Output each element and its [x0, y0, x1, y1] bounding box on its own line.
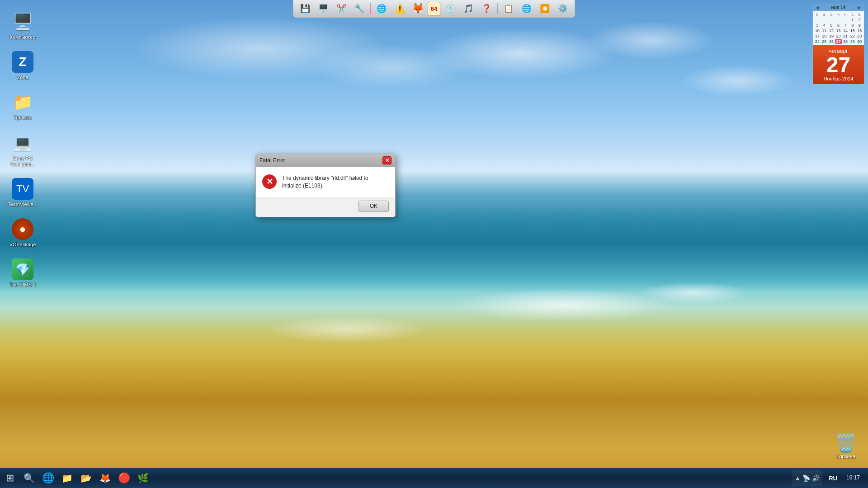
toolbar-globe[interactable]: 🌐	[373, 2, 390, 15]
desktop-icon-sony[interactable]: 💻 Sony PC Compani...	[5, 130, 41, 169]
cal-cell[interactable]	[835, 17, 842, 23]
sims4-label: The SIMS 4	[9, 282, 36, 288]
cal-cell[interactable]: 22	[849, 33, 856, 39]
toolbar-settings[interactable]: 🔧	[351, 2, 368, 15]
wave-overlay	[0, 268, 868, 390]
desktop-icon-vopackage[interactable]: ● VOPackage	[5, 216, 41, 249]
recycle-bin[interactable]: 🗑️ Корзина	[833, 431, 859, 461]
cal-cell[interactable]: 29	[849, 39, 856, 44]
cal-cell[interactable]: 13	[835, 28, 842, 33]
cal-cell[interactable]: 3	[814, 23, 821, 28]
computer-label: Компьютер	[10, 34, 36, 40]
tray-volume[interactable]: 🔊	[812, 474, 820, 482]
calendar-big-date[interactable]: четверг 27 Ноябрь 2014	[813, 45, 864, 84]
cal-cell[interactable]	[821, 17, 828, 23]
teamviewer-icon: TV	[12, 178, 33, 200]
cal-hdr-4: п	[842, 12, 849, 17]
taskbar-opera[interactable]: 🔴	[115, 470, 133, 486]
taskbar-explorer[interactable]: 📁	[58, 470, 76, 486]
cal-cell[interactable]: 8	[849, 23, 856, 28]
cal-cell[interactable]: 20	[835, 33, 842, 39]
cal-cell[interactable]: 28	[842, 39, 849, 44]
cal-hdr-2: с	[828, 12, 835, 17]
cal-cell[interactable]	[828, 17, 835, 23]
cal-cell[interactable]: 21	[842, 33, 849, 39]
dialog-message: The dynamic library "rld.dll" failed to …	[282, 174, 389, 190]
cal-cell[interactable]: 9	[856, 23, 863, 28]
clock-time: 16:17	[846, 474, 860, 482]
cal-prev-btn[interactable]: ◀	[815, 5, 820, 10]
toolbar-fox[interactable]: 🦊	[410, 2, 426, 15]
cal-week-1: 3 4 5 6 7 8 9	[814, 23, 863, 28]
cal-cell[interactable]: 7	[842, 23, 849, 28]
error-circle-icon: ✕	[262, 174, 277, 189]
cal-cell[interactable]: 19	[828, 33, 835, 39]
taskbar-search[interactable]: 🔍	[20, 470, 38, 486]
cal-cell[interactable]: 11	[821, 28, 828, 33]
cal-cell[interactable]	[814, 17, 821, 23]
taskbar-ie[interactable]: 🌐	[39, 470, 57, 486]
toolbar-finder[interactable]: 📋	[500, 2, 517, 15]
toolbar-64[interactable]: 64	[428, 2, 440, 15]
cal-cell[interactable]: 17	[814, 33, 821, 39]
cal-next-btn[interactable]: ▶	[857, 5, 862, 10]
cal-today-cell[interactable]: 27	[835, 39, 842, 44]
cal-cell[interactable]: 12	[828, 28, 835, 33]
cal-cell[interactable]: 25	[821, 39, 828, 44]
taskbar: ⊞ 🔍 🌐 📁 📂 🦊 🔴 🌿 ▲ 📡 🔊 RU 16:17	[0, 468, 868, 488]
toolbar-music[interactable]: 🎵	[460, 2, 476, 15]
toolbar-alert[interactable]: ⚠️	[392, 2, 408, 15]
cal-cell[interactable]: 24	[814, 39, 821, 44]
cal-cell[interactable]: 18	[821, 33, 828, 39]
zona-icon: Z	[12, 51, 33, 73]
taskbar-folder[interactable]: 📂	[77, 470, 95, 486]
cal-header: п в с ч п с в	[814, 12, 863, 17]
cal-cell[interactable]: 16	[856, 28, 863, 33]
cal-cell[interactable]: 23	[856, 33, 863, 39]
start-button[interactable]: ⊞	[2, 470, 18, 486]
ok-button[interactable]: OK	[359, 201, 389, 211]
cal-cell[interactable]: 5	[828, 23, 835, 28]
cal-cell[interactable]: 15	[849, 28, 856, 33]
cal-cell[interactable]	[842, 17, 849, 23]
toolbar-globe2[interactable]: 🌐	[519, 2, 535, 15]
tray-expand[interactable]: ▲	[794, 474, 801, 482]
zona-label: Zona	[17, 75, 28, 80]
cal-cell[interactable]: 10	[814, 28, 821, 33]
cal-cell[interactable]: 6	[835, 23, 842, 28]
cal-cell[interactable]: 14	[842, 28, 849, 33]
toolbar-cut[interactable]: ✂️	[333, 2, 349, 15]
language-button[interactable]: RU	[826, 474, 840, 483]
taskbar-apps: 🔍 🌐 📁 📂 🦊 🔴 🌿	[20, 470, 792, 486]
cal-hdr-0: п	[814, 12, 821, 17]
desktop-icon-zona[interactable]: Z Zona	[5, 49, 41, 82]
toolbar-disc[interactable]: 💿	[442, 2, 458, 15]
toolbar-sep2	[497, 3, 498, 14]
toolbar-screen[interactable]: 🖥️	[315, 2, 331, 15]
sky-overlay	[0, 0, 868, 268]
desktop-icon-sims4[interactable]: 💎 The SIMS 4	[5, 257, 41, 290]
cal-cell[interactable]: 26	[828, 39, 835, 44]
vopackage-label: VOPackage	[9, 242, 36, 248]
taskbar-greenicon[interactable]: 🌿	[134, 470, 152, 486]
desktop-icon-yarliki[interactable]: 📁 Ярлыки	[5, 89, 41, 122]
dialog-footer: OK	[256, 197, 395, 217]
toolbar-gear[interactable]: ⚙️	[555, 2, 571, 15]
clock[interactable]: 16:17	[844, 474, 863, 482]
recycle-bin-icon: 🗑️	[835, 432, 857, 454]
cal-month-year: Ноябрь 2014	[815, 76, 862, 81]
dialog-close-button[interactable]: ✕	[382, 156, 392, 164]
taskbar-firefox[interactable]: 🦊	[96, 470, 114, 486]
tray-network[interactable]: 📡	[802, 474, 810, 482]
desktop-icon-teamviewer[interactable]: TV TeamViewe...	[5, 176, 41, 209]
sims4-icon: 💎	[12, 258, 33, 280]
toolbar-record[interactable]: ⏺️	[537, 2, 553, 15]
toolbar-save[interactable]: 💾	[297, 2, 313, 15]
cal-cell[interactable]: 2	[856, 17, 863, 23]
cal-cell[interactable]: 4	[821, 23, 828, 28]
dialog-body: ✕ The dynamic library "rld.dll" failed t…	[256, 167, 395, 197]
cal-cell[interactable]: 1	[849, 17, 856, 23]
desktop-icon-computer[interactable]: 🖥️ Компьютер	[5, 9, 41, 42]
toolbar-help[interactable]: ❓	[478, 2, 495, 15]
cal-cell[interactable]: 30	[856, 39, 863, 44]
